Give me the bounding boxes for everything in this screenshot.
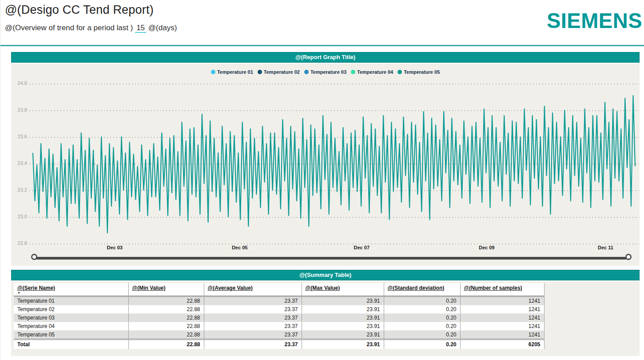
value-cell: 23.91 xyxy=(302,296,384,305)
y-axis-tick-label: 22.8 xyxy=(12,240,27,246)
value-cell: 23.37 xyxy=(204,313,302,322)
total-value-cell: 6205 xyxy=(460,339,544,349)
column-header-5[interactable]: @(Number of samples) xyxy=(460,283,544,296)
column-header-label: @(Min Value) xyxy=(132,285,166,291)
table-total-row: Total22.8823.3723.910.206205 xyxy=(14,339,544,349)
y-axis-tick-label: 23.2 xyxy=(12,187,27,192)
total-value-cell: 23.91 xyxy=(302,339,384,349)
chart-title-bar: @(Report Graph Title) xyxy=(11,52,640,63)
series-name-cell: Temperature 01 xyxy=(14,296,128,305)
series-name-cell: Temperature 02 xyxy=(14,305,128,313)
table-row: Temperature 0222.8823.3723.910.201241 xyxy=(14,305,544,313)
column-header-1[interactable]: @(Min Value) xyxy=(128,283,204,296)
y-axis-tick-label: 23.0 xyxy=(12,214,27,219)
legend-label: Temperature 03 xyxy=(310,69,346,75)
value-cell: 22.88 xyxy=(128,313,204,322)
series-name-cell: Temperature 03 xyxy=(14,313,128,322)
chart-area: Temperature 01Temperature 02Temperature … xyxy=(11,64,640,266)
series-name-cell: Temperature 04 xyxy=(14,322,128,330)
value-cell: 1241 xyxy=(460,305,544,313)
value-cell: 23.91 xyxy=(302,305,384,313)
value-cell: 23.37 xyxy=(204,296,302,305)
sort-ascending-icon: ▲ xyxy=(17,291,125,294)
y-axis-tick-label: 23.8 xyxy=(12,107,27,112)
legend-item-temperature-05: Temperature 05 xyxy=(398,69,440,75)
legend-label: Temperature 05 xyxy=(404,69,440,75)
trend-line xyxy=(33,96,635,233)
value-cell: 1241 xyxy=(460,322,544,330)
x-axis-tick-label: Dec 07 xyxy=(344,245,379,250)
value-cell: 22.88 xyxy=(128,296,204,305)
days-parameter-field[interactable]: 15 xyxy=(135,24,146,33)
legend-label: Temperature 01 xyxy=(217,69,253,75)
value-cell: 0.20 xyxy=(384,330,460,339)
table-header-row: @(Serie Name)▲@(Min Value)@(Average Valu… xyxy=(14,283,544,296)
report-header: @(Desigo CC Tend Report) @(Overview of t… xyxy=(0,0,644,45)
summary-table-title-bar: @(Summary Table) xyxy=(11,270,640,280)
table-row: Temperature 0422.8823.3723.910.201241 xyxy=(14,322,544,330)
x-axis-tick-label: Dec 05 xyxy=(222,245,258,250)
value-cell: 22.88 xyxy=(128,322,204,330)
slider-track[interactable] xyxy=(36,257,627,260)
value-cell: 23.37 xyxy=(204,322,302,330)
value-cell: 23.91 xyxy=(302,313,384,322)
column-header-label: @(Max Value) xyxy=(306,285,340,291)
legend-item-temperature-04: Temperature 04 xyxy=(351,69,393,75)
legend-dot-icon xyxy=(304,70,309,74)
column-header-label: @(Number of samples) xyxy=(464,285,522,291)
value-cell: 0.20 xyxy=(384,322,460,330)
gridline xyxy=(29,244,639,244)
legend-label: Temperature 02 xyxy=(264,69,300,75)
value-cell: 23.91 xyxy=(302,330,384,339)
subtitle-prefix: @(Overview of trend for a period last ) xyxy=(5,24,133,32)
value-cell: 0.20 xyxy=(384,305,460,313)
column-header-3[interactable]: @(Max Value) xyxy=(302,283,384,296)
value-cell: 23.37 xyxy=(204,330,302,339)
total-label-cell: Total xyxy=(14,339,128,349)
summary-table-section: @(Summary Table) @(Serie Name)▲@(Min Val… xyxy=(11,270,640,356)
x-axis-tick-label: Dec 11 xyxy=(588,245,623,250)
total-value-cell: 22.88 xyxy=(128,339,204,349)
value-cell: 0.20 xyxy=(384,313,460,322)
value-cell: 23.37 xyxy=(204,305,302,313)
value-cell: 1241 xyxy=(460,313,544,322)
legend-item-temperature-02: Temperature 02 xyxy=(258,69,300,75)
column-header-label: @(Standard deviation) xyxy=(388,285,445,291)
trend-line-chart xyxy=(29,84,639,244)
column-header-label: @(Serie Name) xyxy=(17,285,55,291)
value-cell: 1241 xyxy=(460,296,544,305)
legend-item-temperature-01: Temperature 01 xyxy=(211,69,253,75)
total-value-cell: 0.20 xyxy=(384,339,460,349)
summary-table: @(Serie Name)▲@(Min Value)@(Average Valu… xyxy=(14,283,545,349)
time-range-slider[interactable] xyxy=(35,253,628,263)
value-cell: 0.20 xyxy=(384,296,460,305)
value-cell: 23.91 xyxy=(302,322,384,330)
value-cell: 22.88 xyxy=(128,305,204,313)
column-header-label: @(Average Value) xyxy=(208,285,253,291)
value-cell: 22.88 xyxy=(128,330,204,339)
chart-legend: Temperature 01Temperature 02Temperature … xyxy=(11,69,640,75)
legend-dot-icon xyxy=(211,70,215,74)
table-row: Temperature 0522.8823.3723.910.201241 xyxy=(14,330,544,339)
column-header-4[interactable]: @(Standard deviation) xyxy=(384,283,460,296)
subtitle-suffix: @(days) xyxy=(148,24,177,32)
trend-report-page: @(Desigo CC Tend Report) @(Overview of t… xyxy=(0,0,644,360)
slider-left-handle-icon[interactable] xyxy=(31,254,37,260)
header-divider xyxy=(0,45,644,46)
y-axis-tick-label: 23.6 xyxy=(12,134,27,139)
slider-right-handle-icon[interactable] xyxy=(625,254,632,260)
table-row: Temperature 0122.8823.3723.910.201241 xyxy=(14,296,544,305)
total-value-cell: 23.37 xyxy=(204,339,302,349)
series-name-cell: Temperature 05 xyxy=(14,330,128,339)
y-axis-tick-label: 23.4 xyxy=(12,160,27,166)
legend-dot-icon xyxy=(351,70,355,74)
column-header-2[interactable]: @(Average Value) xyxy=(204,283,302,296)
legend-dot-icon xyxy=(398,70,402,74)
value-cell: 1241 xyxy=(460,330,544,339)
x-axis-tick-label: Dec 03 xyxy=(97,245,132,250)
siemens-logo: SIEMENS xyxy=(547,8,642,33)
column-header-0[interactable]: @(Serie Name)▲ xyxy=(14,283,128,296)
x-axis-tick-label: Dec 09 xyxy=(469,245,505,250)
legend-dot-icon xyxy=(258,70,262,74)
legend-item-temperature-03: Temperature 03 xyxy=(304,69,346,75)
